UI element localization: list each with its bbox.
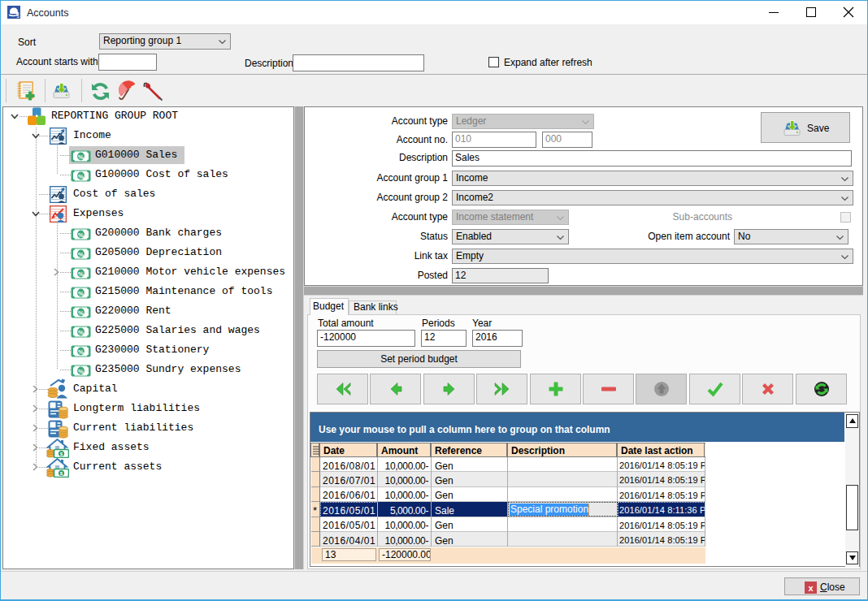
- svg-text:%: %: [78, 309, 84, 317]
- svg-text:%: %: [78, 329, 84, 336]
- svg-text:%: %: [78, 348, 84, 356]
- svg-text:x: x: [808, 583, 814, 593]
- svg-text:%: %: [78, 368, 84, 375]
- svg-text:%: %: [78, 290, 84, 297]
